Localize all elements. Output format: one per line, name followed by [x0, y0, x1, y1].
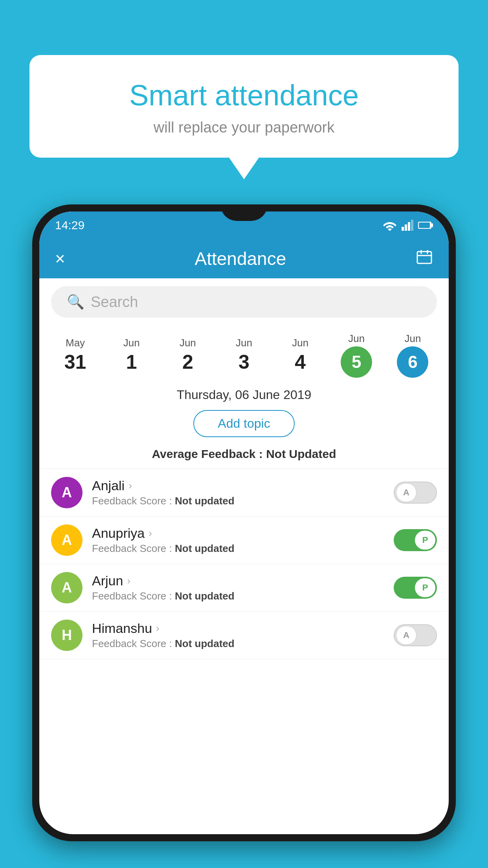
date-strip: May31Jun1Jun2Jun3Jun4Jun5Jun6	[39, 326, 449, 380]
student-name[interactable]: Arjun ›	[92, 573, 394, 588]
student-info: Arjun ›Feedback Score : Not updated	[92, 573, 394, 602]
avg-feedback-value: Not Updated	[266, 447, 336, 460]
student-avatar: A	[51, 572, 83, 603]
speech-bubble-arrow	[229, 158, 259, 179]
student-feedback: Feedback Score : Not updated	[92, 590, 394, 602]
student-name[interactable]: Anupriya ›	[92, 526, 394, 541]
student-feedback: Feedback Score : Not updated	[92, 542, 394, 555]
date-item[interactable]: Jun5	[328, 333, 385, 378]
close-icon[interactable]: ×	[55, 249, 65, 268]
student-list: AAnjali ›Feedback Score : Not updatedAAA…	[39, 469, 449, 659]
student-feedback: Feedback Score : Not updated	[92, 495, 394, 507]
attendance-toggle[interactable]: P	[394, 529, 437, 551]
date-item[interactable]: Jun6	[385, 333, 441, 378]
student-item: AAnjali ›Feedback Score : Not updatedA	[39, 469, 449, 517]
selected-date-label: Thursday, 06 June 2019	[39, 380, 449, 406]
svg-rect-7	[417, 252, 431, 263]
student-item: HHimanshu ›Feedback Score : Not updatedA	[39, 612, 449, 659]
svg-rect-2	[408, 222, 410, 231]
status-time: 14:29	[55, 219, 84, 232]
student-item: AAnupriya ›Feedback Score : Not updatedP	[39, 517, 449, 564]
speech-bubble-section: Smart attendance will replace your paper…	[29, 55, 459, 179]
bubble-title: Smart attendance	[61, 79, 427, 112]
app-bar-title: Attendance	[194, 248, 286, 269]
status-icons	[383, 220, 433, 231]
attendance-toggle-container: A	[394, 482, 437, 504]
student-info: Anupriya ›Feedback Score : Not updated	[92, 526, 394, 555]
student-info: Anjali ›Feedback Score : Not updated	[92, 478, 394, 507]
student-avatar: A	[51, 524, 83, 556]
battery-icon	[418, 221, 433, 230]
student-avatar: H	[51, 620, 83, 651]
attendance-toggle-container: P	[394, 577, 437, 599]
phone-screen: 14:29	[39, 211, 449, 834]
attendance-toggle-container: A	[394, 624, 437, 646]
student-name[interactable]: Himanshu ›	[92, 621, 394, 636]
speech-bubble: Smart attendance will replace your paper…	[29, 55, 459, 158]
svg-rect-1	[405, 224, 407, 231]
attendance-toggle[interactable]: A	[394, 482, 437, 504]
add-topic-container: Add topic	[39, 406, 449, 444]
student-info: Himanshu ›Feedback Score : Not updated	[92, 621, 394, 650]
avg-feedback-label: Average Feedback :	[152, 447, 266, 460]
toggle-knob: A	[396, 626, 416, 645]
phone-mockup: 14:29	[32, 204, 456, 868]
attendance-toggle-container: P	[394, 529, 437, 551]
search-bar[interactable]: 🔍 Search	[51, 286, 437, 318]
date-item[interactable]: May31	[47, 337, 103, 373]
toggle-knob: P	[415, 578, 435, 597]
add-topic-button[interactable]: Add topic	[193, 410, 294, 437]
attendance-toggle[interactable]: A	[394, 624, 437, 646]
svg-rect-3	[411, 220, 413, 231]
search-placeholder: Search	[91, 294, 138, 311]
avg-feedback: Average Feedback : Not Updated	[39, 444, 449, 469]
student-avatar: A	[51, 477, 83, 508]
toggle-knob: P	[415, 531, 435, 550]
date-item[interactable]: Jun3	[216, 337, 272, 373]
date-item[interactable]: Jun1	[103, 337, 160, 373]
toggle-knob: A	[396, 483, 416, 502]
signal-icon	[402, 220, 413, 231]
svg-rect-6	[419, 223, 430, 228]
date-item[interactable]: Jun2	[160, 337, 216, 373]
wifi-icon	[383, 220, 397, 231]
attendance-toggle[interactable]: P	[394, 577, 437, 599]
app-bar: × Attendance	[39, 239, 449, 278]
search-section: 🔍 Search	[39, 278, 449, 326]
search-icon: 🔍	[67, 294, 84, 310]
student-item: AArjun ›Feedback Score : Not updatedP	[39, 564, 449, 612]
phone-outer: 14:29	[32, 204, 456, 841]
bubble-subtitle: will replace your paperwork	[61, 119, 427, 136]
svg-rect-0	[402, 227, 404, 231]
calendar-icon[interactable]	[416, 248, 433, 269]
student-name[interactable]: Anjali ›	[92, 478, 394, 493]
svg-rect-5	[431, 223, 433, 227]
date-item[interactable]: Jun4	[272, 337, 328, 373]
student-feedback: Feedback Score : Not updated	[92, 638, 394, 650]
